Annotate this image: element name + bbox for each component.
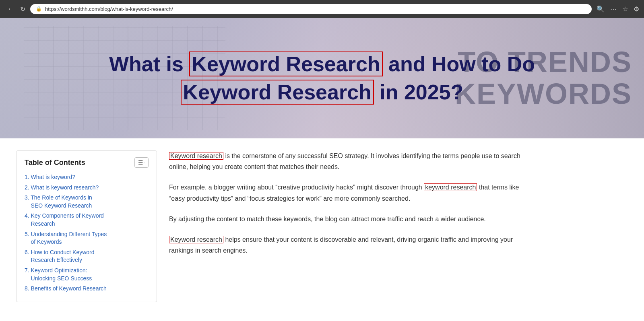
article-para-2: For example, a blogger writing about “cr… (169, 182, 531, 204)
lock-icon: 🔒 (36, 6, 42, 12)
menu-button[interactable]: ⋯ (610, 5, 617, 13)
back-button[interactable]: ← (5, 4, 17, 14)
hero-title: What is Keyword Research and How to Do K… (109, 51, 535, 105)
toc-link-7[interactable]: 7. Keyword Optimization: Unlocking SEO S… (25, 267, 92, 282)
toc-item-4: 4. Key Components of Keyword Research (25, 212, 149, 228)
toc-item-7: 7. Keyword Optimization: Unlocking SEO S… (25, 267, 149, 282)
toc-link-2[interactable]: 2. What is keyword research? (25, 184, 99, 191)
browser-chrome: ← ↻ 🔒 https://wordsmithh.com/blog/what-i… (0, 0, 644, 18)
toc-link-5[interactable]: 5. Understanding Different Types of Keyw… (25, 231, 107, 245)
toc-title: Table of Contents (25, 158, 85, 167)
toc-item-1: 1. What is keyword? (25, 173, 149, 181)
toc-list: 1. What is keyword? 2. What is keyword r… (25, 173, 149, 293)
keyword-highlight-2: keyword research (424, 183, 477, 191)
toc-container: Table of Contents ☰· 1. What is keyword?… (16, 150, 157, 302)
main-content: Table of Contents ☰· 1. What is keyword?… (8, 138, 636, 314)
refresh-button[interactable]: ↻ (20, 5, 25, 13)
article-para-2-before: For example, a blogger writing about “cr… (169, 184, 424, 191)
settings-button[interactable]: ⚙ (634, 5, 639, 13)
hero-title-line1: What is Keyword Research and How to Do (109, 51, 535, 76)
zoom-button[interactable]: 🔍 (597, 5, 605, 13)
toc-item-8: 8. Benefits of Keyword Research (25, 285, 149, 293)
hero-title-container: What is Keyword Research and How to Do K… (101, 43, 543, 113)
nav-buttons: ← ↻ (5, 4, 25, 14)
toc-item-3: 3. The Role of Keywords in SEO Keyword R… (25, 194, 149, 210)
sidebar: Table of Contents ☰· 1. What is keyword?… (16, 150, 157, 302)
keyword-highlight-3: Keyword research (169, 236, 223, 243)
toc-toggle-button[interactable]: ☰· (134, 157, 149, 168)
star-button[interactable]: ☆ (622, 5, 628, 13)
hero-highlight-1: Keyword Research (189, 51, 382, 76)
browser-actions: 🔍 ⋯ ☆ ⚙ (597, 5, 639, 13)
article-para-3: By adjusting the content to match these … (169, 214, 531, 224)
toc-link-6[interactable]: 6. How to Conduct Keyword Research Effec… (25, 249, 95, 263)
toc-link-1[interactable]: 1. What is keyword? (25, 174, 75, 180)
article-para-1: Keyword research is the cornerstone of a… (169, 150, 531, 172)
toc-link-8[interactable]: 8. Benefits of Keyword Research (25, 285, 107, 292)
toc-header: Table of Contents ☰· (25, 157, 149, 168)
toc-link-3[interactable]: 3. The Role of Keywords in SEO Keyword R… (25, 194, 92, 209)
toc-item-5: 5. Understanding Different Types of Keyw… (25, 230, 149, 246)
article-para-4: Keyword research helps ensure that your … (169, 234, 531, 256)
address-bar[interactable]: 🔒 https://wordsmithh.com/blog/what-is-ke… (30, 4, 592, 14)
article-content: Keyword research is the cornerstone of a… (169, 150, 531, 302)
url-text: https://wordsmithh.com/blog/what-is-keyw… (45, 6, 586, 12)
hero-title-line2: Keyword Research in 2025? (109, 80, 535, 105)
keyword-highlight-1: Keyword research (169, 152, 223, 160)
toc-link-4[interactable]: 4. Key Components of Keyword Research (25, 212, 104, 227)
hero-banner: TO TRENDSKEYWORDS What is Keyword Resear… (0, 18, 644, 138)
toc-item-2: 2. What is keyword research? (25, 184, 149, 192)
hero-highlight-2: Keyword Research (181, 80, 374, 105)
toc-item-6: 6. How to Conduct Keyword Research Effec… (25, 249, 149, 264)
